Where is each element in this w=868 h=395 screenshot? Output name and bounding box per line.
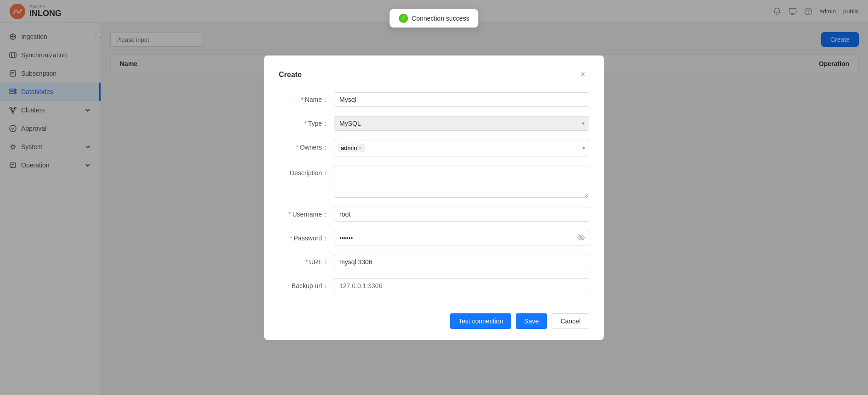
description-textarea[interactable] (334, 166, 589, 198)
type-label: *Type： (279, 116, 334, 128)
modal-title: Create (279, 71, 302, 79)
username-required-mark: * (288, 211, 291, 218)
owners-required-mark: * (296, 144, 298, 151)
url-label: *URL： (279, 255, 334, 267)
modal-header: Create × (279, 68, 589, 81)
type-select-wrapper: MySQL PostgreSQL Oracle SQLServer MongoD… (334, 116, 589, 131)
form-row-name: *Name： (279, 92, 589, 107)
type-required-mark: * (304, 120, 306, 127)
name-input[interactable] (334, 92, 589, 107)
password-label: *Password： (279, 231, 334, 243)
backup-url-input[interactable] (334, 278, 589, 293)
toast-success-icon: ✓ (399, 14, 408, 23)
toast-message: Connection success (411, 15, 469, 22)
form-row-backup-url: Backup url： (279, 278, 589, 293)
owners-input[interactable]: admin × ▾ (334, 140, 589, 156)
backup-url-label: Backup url： (279, 278, 334, 290)
password-required-mark: * (290, 234, 292, 242)
cancel-button[interactable]: Cancel (552, 313, 589, 329)
owner-tag-label: admin (341, 145, 357, 151)
username-label: *Username： (279, 207, 334, 219)
form-row-owners: *Owners： admin × ▾ (279, 140, 589, 156)
username-input[interactable] (334, 207, 589, 222)
form-row-url: *URL： (279, 255, 589, 269)
form-row-password: *Password： (279, 231, 589, 245)
create-modal: Create × *Name： *Type： MySQL PostgreSQL … (264, 56, 604, 340)
modal-footer: Test connection Save Cancel (279, 306, 589, 329)
save-button[interactable]: Save (516, 313, 547, 329)
name-label: *Name： (279, 92, 334, 104)
password-eye-icon[interactable] (577, 234, 585, 242)
owners-chevron-icon: ▾ (582, 145, 585, 151)
description-label: Description： (279, 166, 334, 178)
modal-close-button[interactable]: × (576, 68, 589, 81)
form-row-username: *Username： (279, 207, 589, 222)
password-input[interactable] (334, 231, 589, 245)
test-connection-button[interactable]: Test connection (450, 313, 511, 329)
url-input[interactable] (334, 255, 589, 269)
owner-tag-admin: admin × (338, 144, 365, 152)
type-select[interactable]: MySQL PostgreSQL Oracle SQLServer MongoD… (334, 116, 589, 131)
password-wrapper (334, 231, 589, 245)
success-toast: ✓ Connection success (389, 9, 478, 28)
url-required-mark: * (305, 258, 308, 266)
owner-tag-close[interactable]: × (359, 145, 361, 151)
form-row-description: Description： (279, 166, 589, 198)
form-row-type: *Type： MySQL PostgreSQL Oracle SQLServer… (279, 116, 589, 131)
name-required-mark: * (301, 96, 303, 103)
owners-label: *Owners： (279, 140, 334, 152)
